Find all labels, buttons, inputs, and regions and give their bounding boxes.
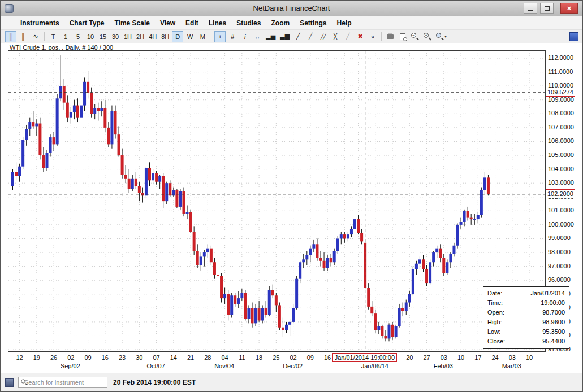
title-bar[interactable]: NetDania FinanceChart ×: [1, 1, 582, 16]
tooltip-label: Date:: [487, 289, 502, 298]
search-input[interactable]: [24, 379, 105, 386]
candlestick-chart-button[interactable]: ║: [5, 31, 16, 42]
tooltip-label: Low:: [487, 328, 500, 336]
toolbar-separator: [211, 32, 211, 41]
zoom-in-button[interactable]: +: [422, 31, 433, 42]
month-tick-label: Mar/03: [494, 363, 530, 369]
crosshair-price-label: 102.2000: [546, 189, 575, 198]
delete-lines-button[interactable]: ✖: [355, 31, 366, 42]
tooltip-label: Time:: [487, 299, 503, 307]
magnifier-icon: −: [411, 33, 419, 41]
date-tick-label: 12: [11, 354, 28, 361]
price-tick-label: 112.0000: [548, 54, 573, 61]
price-tick-label: 106.0000: [548, 137, 574, 144]
remove-line-button[interactable]: ╱: [342, 31, 353, 42]
tooltip-label: High:: [487, 318, 502, 326]
interval-10min-button[interactable]: 10: [85, 31, 96, 42]
menu-settings[interactable]: Settings: [295, 16, 331, 30]
print-preview-button[interactable]: [397, 31, 408, 42]
tooltip-row: Open:98.7000: [483, 308, 569, 317]
menu-chart-type[interactable]: Chart Type: [64, 16, 110, 30]
interval-weekly-button[interactable]: W: [184, 31, 196, 42]
interval-tick-button[interactable]: T: [47, 31, 59, 42]
interval-2h-button[interactable]: 2H: [135, 31, 146, 42]
tooltip-value: Jan/01/2014: [530, 289, 565, 298]
menu-edit[interactable]: Edit: [180, 16, 204, 30]
date-tick-label: 19: [28, 354, 45, 361]
price-tick-label: 99.0000: [548, 234, 571, 241]
statusbar-datetime: 20 Feb 2014 19:00:00 EST: [113, 378, 196, 386]
date-tick-label: 27: [418, 354, 435, 361]
tooltip-value: 98.9600: [542, 318, 565, 326]
horizontal-scroll-button[interactable]: ↔: [252, 31, 263, 42]
date-tick-label: 17: [469, 354, 486, 361]
close-button[interactable]: ×: [560, 3, 578, 14]
interval-4h-button[interactable]: 4H: [147, 31, 158, 42]
price-tick-label: 100.0000: [548, 221, 574, 228]
menu-help[interactable]: Help: [331, 16, 356, 30]
menu-instruments[interactable]: Instruments: [15, 16, 64, 30]
month-tick-label: Jan/06/14: [357, 363, 393, 369]
price-tick-label: 96.0000: [548, 276, 571, 283]
volume-bars-button[interactable]: ▂▅: [264, 31, 277, 42]
price-line-label: 109.5274: [546, 88, 575, 97]
panel-toggle-button[interactable]: [569, 32, 578, 41]
print-button[interactable]: [385, 31, 396, 42]
date-tick-label: 02: [285, 354, 302, 361]
date-tick-label: 23: [114, 354, 131, 361]
menu-view[interactable]: View: [155, 16, 180, 30]
chart-area: WTI Crude 1. pos. , Daily, # 140 / 300 9…: [1, 43, 582, 373]
grid-toggle-button[interactable]: #: [227, 31, 238, 42]
menu-zoom[interactable]: Zoom: [266, 16, 295, 30]
interval-15min-button[interactable]: 15: [97, 31, 109, 42]
price-tick-label: 105.0000: [548, 151, 574, 158]
interval-monthly-button[interactable]: M: [197, 31, 208, 42]
volume-study-button[interactable]: ▃▆: [278, 31, 291, 42]
interval-1h-button[interactable]: 1H: [122, 31, 133, 42]
tooltip-value: 95.3500: [542, 328, 565, 336]
parallel-lines-button[interactable]: ╱╱: [317, 31, 329, 42]
crosshair-tool-button[interactable]: +: [214, 31, 226, 42]
interval-8h-button[interactable]: 8H: [159, 31, 171, 42]
printer-icon: [387, 34, 394, 39]
status-bar: 20 Feb 2014 19:00:00 EST: [1, 373, 582, 391]
maximize-button[interactable]: [540, 3, 554, 14]
month-tick-label: Sep/02: [52, 363, 88, 369]
price-tick-label: 97.0000: [548, 263, 571, 269]
interval-daily-button[interactable]: D: [172, 31, 183, 42]
info-cursor-button[interactable]: i: [239, 31, 251, 42]
interval-1min-button[interactable]: 1: [60, 31, 71, 42]
date-tick-label: 09: [80, 354, 97, 361]
menu-studies[interactable]: Studies: [231, 16, 266, 30]
crossing-lines-button[interactable]: ╳: [330, 31, 341, 42]
magnifier-icon: +: [424, 33, 431, 41]
minimize-button[interactable]: [524, 3, 537, 14]
instrument-search-box[interactable]: [18, 377, 107, 388]
crosshair-date-label: Jan/01/2014 19:00:00: [332, 353, 397, 362]
tooltip-label: Close:: [487, 337, 505, 346]
minimize-icon: [528, 10, 533, 11]
date-tick-label: 16: [97, 354, 114, 361]
toolbar-separator: [44, 32, 45, 41]
ohlc-bars-button[interactable]: ╫: [18, 31, 29, 42]
zoom-select-button[interactable]: ▾: [434, 31, 448, 42]
search-icon: [21, 379, 23, 385]
date-tick-label: 03: [504, 354, 521, 361]
ray-line-button[interactable]: ╱: [305, 31, 316, 42]
zoom-out-button[interactable]: −: [409, 31, 421, 42]
menu-lines[interactable]: Lines: [204, 16, 231, 30]
candlestick-plot[interactable]: [8, 50, 546, 352]
trend-line-button[interactable]: ╱: [292, 31, 304, 42]
month-tick-label: Dec/02: [275, 363, 311, 369]
interval-5min-button[interactable]: 5: [72, 31, 84, 42]
price-tick-label: 111.0000: [548, 68, 573, 75]
connection-status-icon[interactable]: [5, 378, 14, 387]
shift-chart-button[interactable]: »: [367, 31, 378, 42]
date-tick-label: 28: [199, 354, 216, 361]
menu-time-scale[interactable]: Time Scale: [109, 16, 154, 30]
line-chart-button[interactable]: ∿: [30, 31, 41, 42]
interval-30min-button[interactable]: 30: [110, 31, 121, 42]
date-tick-label: 30: [131, 354, 148, 361]
app-icon: [5, 4, 14, 13]
time-axis[interactable]: 1219260209162330071421280411182502091620…: [8, 353, 551, 371]
